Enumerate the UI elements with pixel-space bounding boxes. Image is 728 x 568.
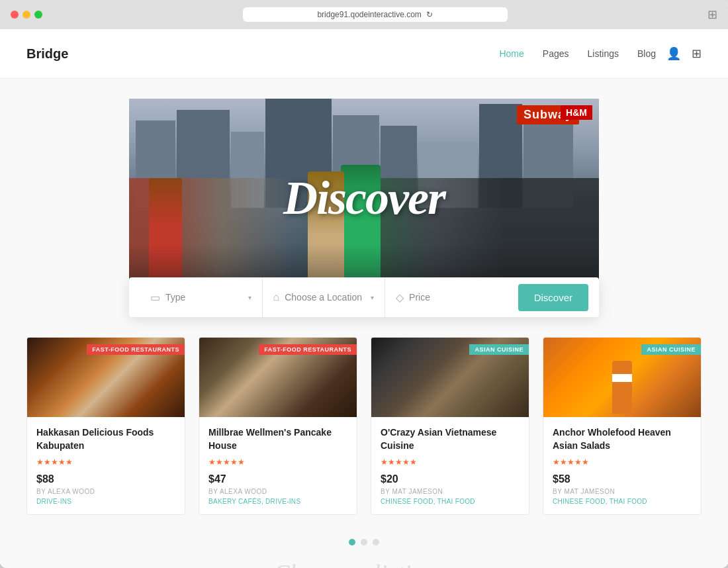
new-tab-button[interactable]: ⊞ xyxy=(707,7,717,22)
card-badge: FAST-FOOD RESTAURANTS xyxy=(259,344,357,355)
card-tags: CHINESE FOOD, THAI FOOD xyxy=(553,498,692,505)
card-stars: ★★★★★ xyxy=(36,457,175,467)
card-tags: BAKERY CAFÉS, DRIVE-INS xyxy=(208,498,347,505)
listing-card[interactable]: FAST-FOOD RESTAURANTS Hakkasan Delicious… xyxy=(26,337,185,515)
location-icon: ⌂ xyxy=(273,291,280,303)
type-arrow-icon: ▾ xyxy=(248,294,251,301)
card-price: $47 xyxy=(208,473,347,485)
dot-1[interactable] xyxy=(349,539,355,545)
card-badge: ASIAN CUISINE xyxy=(641,344,701,355)
card-badge: ASIAN CUISINE xyxy=(469,344,529,355)
main-content: Subway H&M Di xyxy=(0,79,728,568)
card-image: FAST-FOOD RESTAURANTS xyxy=(27,338,185,417)
traffic-lights xyxy=(11,11,42,19)
browser-window: bridge91.qodeinteractive.com ↻ ⊞ Bridge … xyxy=(0,0,728,568)
card-tags: DRIVE-INS xyxy=(36,498,175,505)
price-field[interactable]: ◇ Price xyxy=(385,277,508,317)
card-body: Millbrae Wellmen's Pancake House ★★★★★ $… xyxy=(199,417,357,514)
price-icon: ◇ xyxy=(396,291,404,304)
card-title: Hakkasan Delicious Foods Kabupaten xyxy=(36,426,175,452)
card-title: Millbrae Wellmen's Pancake House xyxy=(208,426,347,452)
main-nav: Home Pages Listings Blog xyxy=(499,48,656,59)
search-container: ▭ Type ▾ ⌂ Choose a Location ▾ ◇ Price xyxy=(129,277,599,317)
card-image: ASIAN CUISINE xyxy=(543,338,701,417)
search-bar: ▭ Type ▾ ⌂ Choose a Location ▾ ◇ Price xyxy=(129,277,599,317)
card-author: BY ALEXA WOOD xyxy=(208,488,347,495)
type-field[interactable]: ▭ Type ▾ xyxy=(140,277,263,317)
minimize-button[interactable] xyxy=(23,11,30,19)
card-author: BY ALEXA WOOD xyxy=(36,488,175,495)
nav-listings[interactable]: Listings xyxy=(588,48,619,59)
section-heading-preview: Choose a listing... xyxy=(0,552,728,568)
card-image: FAST-FOOD RESTAURANTS xyxy=(199,338,357,417)
card-body: Anchor Wholefood Heaven Asian Salads ★★★… xyxy=(543,417,701,514)
user-icon[interactable]: 👤 xyxy=(666,46,681,61)
card-image: ASIAN CUISINE xyxy=(371,338,529,417)
card-stars: ★★★★★ xyxy=(553,457,692,467)
nav-home[interactable]: Home xyxy=(499,48,523,59)
close-button[interactable] xyxy=(11,11,19,19)
card-price: $88 xyxy=(36,473,175,485)
discover-button[interactable]: Discover xyxy=(518,284,588,311)
card-author: BY MAT JAMESON xyxy=(381,488,520,495)
card-stars: ★★★★★ xyxy=(208,457,347,467)
type-label: Type xyxy=(165,292,243,303)
location-label: Choose a Location xyxy=(285,292,365,303)
location-arrow-icon: ▾ xyxy=(371,294,374,301)
card-badge: FAST-FOOD RESTAURANTS xyxy=(87,344,185,355)
listing-card[interactable]: ASIAN CUISINE Anchor Wholefood Heaven As… xyxy=(543,337,702,515)
maximize-button[interactable] xyxy=(34,11,42,19)
hero-section: Subway H&M Di xyxy=(129,99,599,297)
type-icon: ▭ xyxy=(150,291,160,304)
dot-3[interactable] xyxy=(373,539,379,545)
card-author: BY MAT JAMESON xyxy=(553,488,692,495)
card-title: Anchor Wholefood Heaven Asian Salads xyxy=(553,426,692,452)
location-field[interactable]: ⌂ Choose a Location ▾ xyxy=(263,277,386,317)
card-title: O'Crazy Asian Vietnamese Cuisine xyxy=(381,426,520,452)
site-header: Bridge Home Pages Listings Blog 👤 ⊞ xyxy=(0,29,728,79)
header-icons: 👤 ⊞ xyxy=(666,46,702,61)
card-stars: ★★★★★ xyxy=(381,457,520,467)
card-body: Hakkasan Delicious Foods Kabupaten ★★★★★… xyxy=(27,417,185,514)
nav-pages[interactable]: Pages xyxy=(543,48,569,59)
grid-icon[interactable]: ⊞ xyxy=(692,46,702,61)
cards-grid: FAST-FOOD RESTAURANTS Hakkasan Delicious… xyxy=(26,337,702,515)
card-tags: CHINESE FOOD, THAI FOOD xyxy=(381,498,520,505)
page-content: Bridge Home Pages Listings Blog 👤 ⊞ xyxy=(0,29,728,568)
url-text: bridge91.qodeinteractive.com xyxy=(317,10,421,19)
url-bar[interactable]: bridge91.qodeinteractive.com ↻ xyxy=(243,7,508,22)
browser-toolbar: bridge91.qodeinteractive.com ↻ ⊞ xyxy=(0,0,728,29)
listings-section: FAST-FOOD RESTAURANTS Hakkasan Delicious… xyxy=(0,317,728,528)
card-body: O'Crazy Asian Vietnamese Cuisine ★★★★★ $… xyxy=(371,417,529,514)
pagination-dots xyxy=(0,528,728,552)
dot-2[interactable] xyxy=(361,539,367,545)
card-price: $20 xyxy=(381,473,520,485)
listing-card[interactable]: ASIAN CUISINE O'Crazy Asian Vietnamese C… xyxy=(371,337,529,515)
price-label: Price xyxy=(409,292,497,303)
hero-title: Discover xyxy=(283,171,445,226)
site-logo[interactable]: Bridge xyxy=(26,46,68,62)
nav-blog[interactable]: Blog xyxy=(637,48,656,59)
listing-card[interactable]: FAST-FOOD RESTAURANTS Millbrae Wellmen's… xyxy=(199,337,357,515)
card-price: $58 xyxy=(553,473,692,485)
